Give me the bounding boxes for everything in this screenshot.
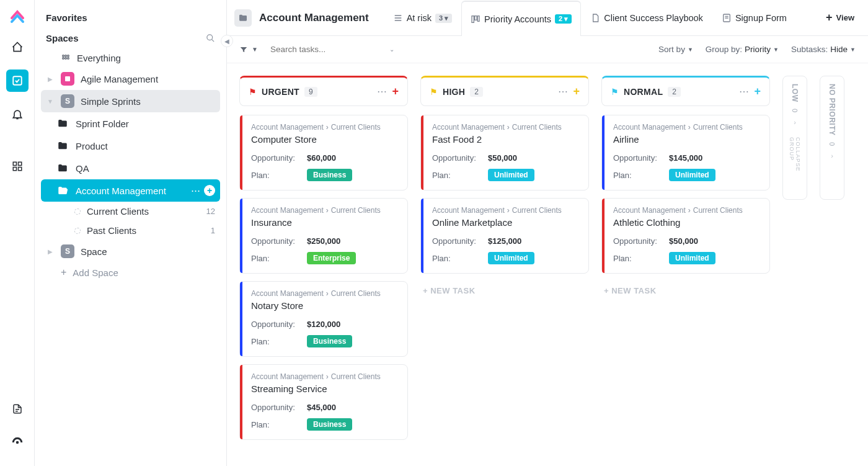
svg-rect-3 <box>13 168 16 171</box>
flag-icon: ⚑ <box>430 87 438 97</box>
grid-icon <box>61 53 71 63</box>
chevron-right-icon[interactable]: ▶ <box>46 76 55 83</box>
field-plan: Plan: Unlimited <box>432 169 580 181</box>
menu-label: Subtasks: <box>791 45 828 54</box>
sidebar-space[interactable]: ▶ S Space <box>41 240 220 262</box>
task-card[interactable]: Account Management›Current Clients Insur… <box>239 198 408 274</box>
task-card[interactable]: Account Management›Current Clients Airli… <box>601 115 770 190</box>
search-icon[interactable] <box>206 34 215 43</box>
priority-stripe <box>421 199 423 273</box>
collapse-sidebar-button[interactable]: ◀ <box>221 35 233 47</box>
more-icon[interactable]: ⋯ <box>191 185 200 196</box>
card-title: Notary Store <box>251 300 399 311</box>
task-card[interactable]: Account Management›Current Clients Fast … <box>420 115 589 190</box>
expand-icon[interactable]: › <box>831 152 833 159</box>
field-plan: Plan: Unlimited <box>613 252 761 264</box>
plus-icon: + <box>61 267 66 278</box>
card-title: Online Marketplace <box>432 217 580 228</box>
field-opportunity: Opportunity: $145,000 <box>613 153 761 163</box>
filter-button[interactable]: ▼ <box>239 45 258 54</box>
menu-label: Group by: <box>706 45 742 54</box>
docs-icon[interactable] <box>6 398 29 420</box>
chevron-right-icon[interactable]: ▶ <box>46 248 55 255</box>
field-plan: Plan: Enterprise <box>251 252 399 264</box>
tab-signup-form[interactable]: Signup Form <box>712 0 796 35</box>
field-opportunity: Opportunity: $50,000 <box>432 153 580 163</box>
chevron-down-icon: ▼ <box>773 47 779 53</box>
field-plan: Plan: Unlimited <box>432 252 580 264</box>
sidebar-product[interactable]: Product <box>41 135 220 157</box>
search-input[interactable] <box>270 45 375 54</box>
sidebar-simple-sprints[interactable]: ▼ S Simple Sprints <box>41 90 220 112</box>
more-icon[interactable]: ⋯ <box>377 86 387 97</box>
chevron-down-icon[interactable]: ▼ <box>46 98 55 105</box>
tab-label: Client Success Playbook <box>604 13 703 23</box>
tab-playbook[interactable]: Client Success Playbook <box>581 0 712 35</box>
priority-stripe <box>240 365 242 439</box>
page-header: Account Management At risk 3 ▾ Priority … <box>227 0 868 36</box>
sidebar-account-management[interactable]: Account Management ⋯ + <box>41 179 220 202</box>
new-task-button[interactable]: + NEW TASK <box>601 281 770 300</box>
add-space-button[interactable]: + Add Space <box>41 262 220 282</box>
column-count: 2 <box>668 87 681 97</box>
priority-stripe <box>240 282 242 356</box>
add-task-icon[interactable]: + <box>573 85 580 98</box>
space-icon: S <box>61 244 74 258</box>
column-urgent: ⚑ URGENT 9 ⋯ + Account Management›Curren… <box>239 76 408 447</box>
add-icon[interactable]: + <box>204 185 215 196</box>
menu-value: Priority <box>745 45 771 54</box>
home-icon[interactable] <box>6 36 29 58</box>
add-task-icon[interactable]: + <box>392 85 399 98</box>
svg-point-7 <box>63 55 64 56</box>
more-icon[interactable]: ⋯ <box>739 86 749 97</box>
column-header[interactable]: ⚑ URGENT 9 ⋯ + <box>239 76 408 106</box>
apps-icon[interactable] <box>6 155 29 177</box>
group-by-menu[interactable]: Group by: Priority ▼ <box>706 45 779 54</box>
new-task-button[interactable]: + NEW TASK <box>420 281 589 300</box>
notifications-icon[interactable] <box>6 103 29 125</box>
sidebar-past-clients[interactable]: Past Clients 1 <box>41 221 220 240</box>
flag-icon: ⚑ <box>611 87 619 97</box>
svg-point-10 <box>63 57 64 59</box>
kanban-board: ⚑ URGENT 9 ⋯ + Account Management›Curren… <box>227 63 868 466</box>
subtasks-menu[interactable]: Subtasks: Hide ▼ <box>791 45 856 54</box>
more-icon[interactable]: ⋯ <box>558 86 568 97</box>
column-header[interactable]: ⚑ NORMAL 2 ⋯ + <box>601 76 770 106</box>
sidebar-agile[interactable]: ▶ Agile Management <box>41 68 220 90</box>
field-opportunity: Opportunity: $45,000 <box>251 403 399 412</box>
breadcrumb: Account Management›Current Clients <box>251 289 399 298</box>
chevron-down-icon: ▼ <box>252 46 258 53</box>
page-title: Account Management <box>259 12 369 24</box>
record-icon[interactable] <box>6 431 29 454</box>
tab-priority-accounts[interactable]: Priority Accounts 2 ▾ <box>461 1 581 36</box>
sidebar-sprint-folder[interactable]: Sprint Folder <box>41 112 220 135</box>
task-card[interactable]: Account Management›Current Clients Compu… <box>239 115 408 190</box>
sidebar-qa[interactable]: QA <box>41 157 220 179</box>
folder-icon <box>234 9 252 27</box>
card-title: Insurance <box>251 217 399 228</box>
svg-point-8 <box>65 55 67 56</box>
chevron-down-icon[interactable]: ⌄ <box>389 46 394 53</box>
expand-icon[interactable]: › <box>794 119 796 126</box>
sidebar-current-clients[interactable]: Current Clients 12 <box>41 202 220 221</box>
task-card[interactable]: Account Management›Current Clients Strea… <box>239 364 408 440</box>
task-card[interactable]: Account Management›Current Clients Notar… <box>239 281 408 357</box>
task-card[interactable]: Account Management›Current Clients Athle… <box>601 198 770 274</box>
column-nopriority-collapsed[interactable]: NO PRIORITY 0 › <box>820 76 844 200</box>
sort-by-menu[interactable]: Sort by ▼ <box>658 45 693 54</box>
add-task-icon[interactable]: + <box>754 85 761 98</box>
sidebar-everything[interactable]: Everything <box>41 48 220 68</box>
add-view-button[interactable]: + View <box>820 7 861 28</box>
column-header[interactable]: ⚑ HIGH 2 ⋯ + <box>420 76 589 106</box>
field-plan: Plan: Business <box>251 418 399 431</box>
flag-icon: ⚑ <box>249 87 257 97</box>
favorites-heading[interactable]: Favorites <box>41 7 220 28</box>
search-tasks[interactable]: ⌄ <box>270 45 394 54</box>
column-low-collapsed[interactable]: LOW 0 › COLLAPSE GROUP <box>782 76 807 200</box>
task-card[interactable]: Account Management›Current Clients Onlin… <box>420 198 589 274</box>
spaces-heading[interactable]: Spaces <box>41 28 220 48</box>
tab-at-risk[interactable]: At risk 3 ▾ <box>384 0 461 35</box>
tasks-icon[interactable] <box>6 69 29 92</box>
app-logo[interactable] <box>9 7 26 25</box>
column-count: 2 <box>470 87 483 97</box>
